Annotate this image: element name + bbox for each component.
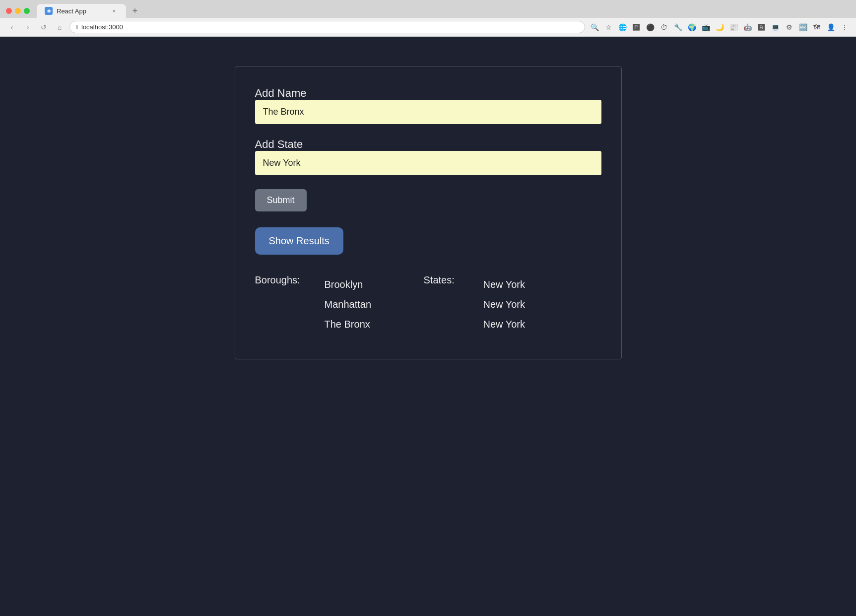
states-header: States: — [424, 274, 483, 288]
ext4-icon[interactable]: ⏱ — [658, 22, 669, 33]
state-3: New York — [483, 314, 583, 334]
reload-button[interactable]: ↺ — [38, 21, 50, 33]
ext12-icon[interactable]: 💻 — [770, 22, 781, 33]
results-grid: Boroughs: Brooklyn Manhattan The Bronx S… — [255, 274, 601, 334]
toolbar-icons: 🔍 ☆ 🌐 🅿 ⚫ ⏱ 🔧 🌍 📺 🌙 📰 🤖 🅰 💻 ⚙ 🔤 🗺 👤 ⋮ — [589, 22, 850, 33]
minimize-traffic-light[interactable] — [15, 8, 21, 14]
browser-chrome: ⚛ React App × + ‹ › ↺ ⌂ ℹ localhost:3000… — [0, 0, 856, 37]
address-bar[interactable]: ℹ localhost:3000 — [69, 21, 585, 33]
address-text: localhost:3000 — [81, 23, 123, 31]
borough-2: Manhattan — [325, 294, 424, 314]
active-tab[interactable]: ⚛ React App × — [37, 4, 126, 18]
maximize-traffic-light[interactable] — [24, 8, 30, 14]
bookmark-icon[interactable]: ☆ — [603, 22, 614, 33]
show-results-button[interactable]: Show Results — [255, 227, 343, 255]
ext1-icon[interactable]: 🌐 — [617, 22, 628, 33]
boroughs-header: Boroughs: — [255, 274, 325, 288]
ext3-icon[interactable]: ⚫ — [645, 22, 656, 33]
settings-icon[interactable]: ⚙ — [784, 22, 794, 33]
home-button[interactable]: ⌂ — [54, 21, 66, 33]
state-input[interactable] — [255, 151, 601, 175]
name-label: Add Name — [255, 87, 307, 99]
profile-icon[interactable]: 👤 — [825, 22, 836, 33]
menu-icon[interactable]: ⋮ — [839, 22, 850, 33]
address-info-icon: ℹ — [76, 24, 78, 31]
form-container: Add Name Add State Submit Show Results B… — [235, 67, 622, 359]
ext13-icon[interactable]: 🔤 — [797, 22, 808, 33]
page-content: Add Name Add State Submit Show Results B… — [0, 37, 856, 616]
ext2-icon[interactable]: 🅿 — [631, 22, 642, 33]
close-traffic-light[interactable] — [6, 8, 12, 14]
submit-button[interactable]: Submit — [255, 189, 307, 211]
states-values: New York New York New York — [483, 274, 583, 334]
tab-favicon-icon: ⚛ — [45, 7, 53, 15]
tab-title: React App — [57, 7, 86, 15]
address-bar-row: ‹ › ↺ ⌂ ℹ localhost:3000 🔍 ☆ 🌐 🅿 ⚫ ⏱ 🔧 🌍… — [0, 18, 856, 36]
zoom-icon[interactable]: 🔍 — [589, 22, 600, 33]
ext10-icon[interactable]: 🤖 — [742, 22, 753, 33]
traffic-lights — [6, 8, 30, 14]
ext9-icon[interactable]: 📰 — [728, 22, 739, 33]
state-1: New York — [483, 274, 583, 294]
state-label: Add State — [255, 138, 303, 150]
ext8-icon[interactable]: 🌙 — [714, 22, 725, 33]
ext5-icon[interactable]: 🔧 — [672, 22, 683, 33]
back-button[interactable]: ‹ — [6, 21, 18, 33]
new-tab-button[interactable]: + — [128, 4, 142, 18]
ext11-icon[interactable]: 🅰 — [756, 22, 767, 33]
state-2: New York — [483, 294, 583, 314]
tab-bar: ⚛ React App × + — [0, 0, 856, 18]
ext6-icon[interactable]: 🌍 — [686, 22, 697, 33]
boroughs-values: Brooklyn Manhattan The Bronx — [325, 274, 424, 334]
tab-close-button[interactable]: × — [110, 7, 118, 15]
name-input[interactable] — [255, 100, 601, 124]
ext7-icon[interactable]: 📺 — [700, 22, 711, 33]
forward-button[interactable]: › — [22, 21, 34, 33]
borough-1: Brooklyn — [325, 274, 424, 294]
borough-3: The Bronx — [325, 314, 424, 334]
ext14-icon[interactable]: 🗺 — [811, 22, 822, 33]
